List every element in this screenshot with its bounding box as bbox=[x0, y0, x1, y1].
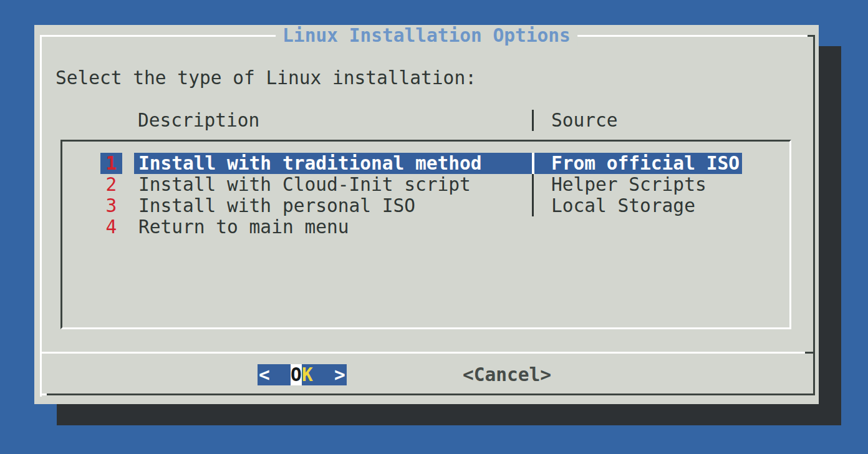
column-separator bbox=[532, 110, 534, 131]
ok-button-open-bracket: < bbox=[259, 364, 270, 385]
column-separator bbox=[532, 174, 534, 195]
menu-item-source: Local Storage bbox=[551, 195, 695, 216]
border-bottom-line bbox=[47, 394, 815, 395]
menu-item-number: 4 bbox=[100, 216, 122, 238]
ok-button-close-bracket: > bbox=[334, 364, 345, 385]
menu-item-description: Return to main menu bbox=[138, 216, 349, 238]
column-separator bbox=[532, 195, 534, 216]
menu-item-personal-iso[interactable]: 3 Install with personal ISO Local Storag… bbox=[34, 195, 819, 216]
ok-button-cursor-letter: O bbox=[291, 364, 302, 385]
ok-button[interactable]: < O K > bbox=[258, 364, 347, 385]
column-header-source: Source bbox=[551, 110, 618, 131]
menu-item-cloud-init[interactable]: 2 Install with Cloud-Init script Helper … bbox=[34, 174, 819, 195]
menu-item-description: Install with traditional method bbox=[138, 153, 482, 174]
button-separator-line bbox=[40, 352, 805, 354]
ok-button-hotkey-letter: K bbox=[302, 364, 313, 385]
menu-item-number: 2 bbox=[100, 174, 122, 195]
dialog-title: Linux Installation Options bbox=[276, 25, 577, 46]
menu-item-source: Helper Scripts bbox=[551, 174, 706, 195]
prompt-text: Select the type of Linux installation: bbox=[55, 67, 476, 89]
border-bottom-left-corner bbox=[40, 394, 47, 395]
cancel-button[interactable]: <Cancel> bbox=[463, 364, 551, 385]
menu-item-traditional[interactable]: 1 Install with traditional method From o… bbox=[34, 153, 819, 174]
dialog-window: Linux Installation Options Select the ty… bbox=[34, 25, 819, 404]
button-row: < O K > <Cancel> bbox=[34, 364, 819, 385]
menu-item-number: 3 bbox=[100, 195, 122, 216]
button-separator-end bbox=[805, 352, 815, 354]
menu-item-return-main-menu[interactable]: 4 Return to main menu bbox=[34, 216, 819, 238]
menu-item-number: 1 bbox=[100, 153, 122, 174]
menu-item-description: Install with personal ISO bbox=[138, 195, 415, 216]
menu-item-description: Install with Cloud-Init script bbox=[138, 174, 471, 195]
menu-item-source: From official ISO bbox=[551, 153, 740, 174]
column-header-description: Description bbox=[138, 110, 259, 131]
